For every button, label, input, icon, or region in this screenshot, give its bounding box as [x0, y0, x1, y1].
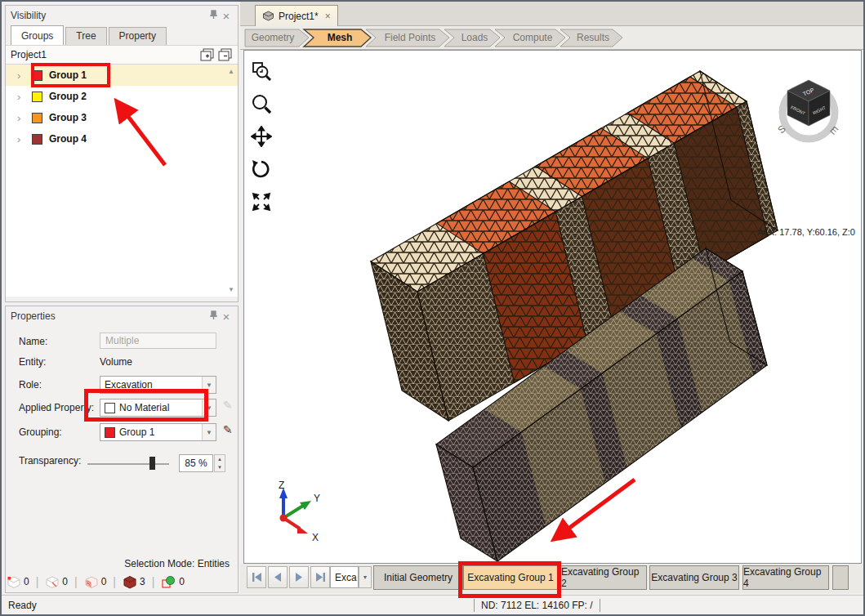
workflow-tab-results[interactable]: Results	[560, 29, 622, 47]
groups-tree: › Group 1 › Group 2 › Group 3 › Group 4 …	[6, 65, 238, 297]
previous-stage-button[interactable]	[268, 566, 288, 588]
properties-panel-title: Properties	[11, 310, 207, 322]
chevron-down-icon[interactable]: ▼	[359, 566, 372, 588]
scroll-down-icon[interactable]: ▼	[228, 286, 234, 293]
spin-up-icon[interactable]: ▲	[217, 457, 222, 462]
pin-icon[interactable]	[207, 310, 220, 323]
group3-color-swatch	[32, 113, 42, 123]
status-model-counts: ND: 7112 EL: 14160 FP: /	[481, 600, 593, 611]
pan-icon[interactable]	[249, 124, 274, 149]
viewport-3d[interactable]: TOP FRONT RIGHT S E Z Y X	[243, 50, 862, 564]
edit-property-icon[interactable]: ✎	[223, 399, 233, 412]
scroll-up-icon[interactable]: ▲	[228, 68, 234, 75]
close-tab-icon[interactable]: ×	[325, 11, 331, 22]
pin-icon[interactable]	[207, 10, 220, 22]
axis-z-label: Z	[279, 480, 284, 491]
stage-tab-label: Excavating Group 3	[651, 572, 737, 583]
expander-icon[interactable]: ›	[17, 133, 30, 145]
view-cube[interactable]: TOP FRONT RIGHT S E	[775, 80, 840, 139]
group2-color-swatch	[32, 92, 42, 102]
expander-icon[interactable]: ›	[17, 112, 30, 124]
chevron-down-icon[interactable]: ▼	[202, 424, 216, 440]
role-label: Role:	[19, 379, 42, 391]
role-dropdown[interactable]: Excavation ▼	[100, 376, 216, 394]
zoom-extents-icon[interactable]	[249, 190, 274, 214]
visibility-panel-title: Visibility	[11, 10, 207, 21]
workflow-tab-mesh[interactable]: Mesh	[304, 29, 371, 47]
stage-bar: Exca ▼ Initial Geometry Excavating Group…	[240, 564, 865, 593]
last-stage-button[interactable]	[310, 566, 330, 588]
rotate-icon[interactable]	[249, 157, 274, 181]
tab-groups[interactable]: Groups	[11, 25, 64, 45]
transparency-value-box[interactable]: 85 %	[179, 454, 213, 472]
volume-counter: 3	[123, 575, 145, 589]
workflow-tab-field-points[interactable]: Field Points	[366, 29, 449, 47]
transparency-slider-track[interactable]	[87, 463, 169, 465]
face-cube-icon	[84, 575, 99, 589]
spin-down-icon[interactable]: ▼	[217, 465, 222, 470]
stage-tab-label: Excavating Group 4	[743, 566, 828, 589]
expand-all-icon[interactable]	[200, 48, 215, 61]
stage-filter-combo[interactable]: Exca	[330, 566, 359, 588]
next-stage-button[interactable]	[289, 566, 309, 588]
close-icon[interactable]: ×	[220, 9, 233, 23]
expander-icon[interactable]: ›	[17, 91, 30, 103]
stage-tab-stub[interactable]	[832, 565, 849, 590]
transparency-slider-handle[interactable]	[149, 457, 155, 470]
expander-icon[interactable]: ›	[17, 69, 30, 82]
chevron-down-icon[interactable]: ▼	[202, 400, 216, 416]
vertex-cube-icon	[7, 575, 21, 589]
tab-property[interactable]: Property	[109, 27, 167, 45]
properties-panel: Properties × Name: Multiple Entity: Volu…	[5, 306, 239, 593]
workflow-tab-compute[interactable]: Compute	[495, 29, 565, 47]
svg-text:Geometry: Geometry	[252, 32, 295, 43]
stage-tab-excavating-group-3[interactable]: Excavating Group 3	[649, 565, 739, 590]
tree-row-group3[interactable]: › Group 3	[6, 107, 238, 128]
visibility-panel: Visibility × Groups Tree Property Projec…	[5, 5, 239, 302]
zoom-icon[interactable]	[249, 92, 274, 116]
grouping-label: Grouping:	[19, 426, 62, 438]
vertex-count: 0	[24, 576, 29, 587]
first-stage-button[interactable]	[247, 566, 266, 588]
grouping-value: Group 1	[119, 426, 154, 438]
entity-counter: 0	[161, 575, 185, 589]
axis-y-label: Y	[314, 493, 320, 504]
group3-label: Group 3	[49, 112, 87, 123]
status-bar: Ready ND: 7112 EL: 14160 FP: /	[2, 595, 863, 614]
tab-tree[interactable]: Tree	[65, 27, 106, 45]
close-icon[interactable]: ×	[220, 310, 233, 324]
name-field[interactable]: Multiple	[100, 333, 216, 349]
collapse-all-icon[interactable]	[218, 48, 233, 61]
visibility-panel-header: Visibility ×	[6, 6, 238, 25]
applied-property-dropdown[interactable]: No Material ▼	[100, 399, 216, 417]
edit-grouping-icon[interactable]: ✎	[223, 423, 233, 436]
application-window: Visibility × Groups Tree Property Projec…	[0, 0, 865, 616]
stage-tab-excavating-group-1[interactable]: Excavating Group 1	[463, 565, 558, 590]
document-tab-project1[interactable]: Project1* ×	[255, 5, 338, 26]
group1-color-swatch	[32, 70, 42, 81]
chevron-down-icon[interactable]: ▼	[202, 377, 216, 393]
separator	[600, 599, 600, 612]
tree-row-group4[interactable]: › Group 4	[6, 128, 238, 150]
svg-text:Loads: Loads	[461, 32, 488, 43]
separator: |	[152, 575, 155, 588]
applied-property-value: No Material	[119, 402, 169, 413]
project-name: Project1	[11, 49, 197, 60]
transparency-spinner[interactable]: ▲▼	[214, 454, 225, 472]
workflow-tab-loads[interactable]: Loads	[444, 29, 500, 47]
tree-row-group2[interactable]: › Group 2	[6, 86, 238, 107]
edge-cube-icon	[45, 575, 60, 589]
grouping-swatch	[105, 427, 115, 438]
transparency-label: Transparency:	[19, 455, 81, 466]
stage-tab-excavating-group-2[interactable]: Excavating Group 2	[560, 565, 647, 590]
grouping-dropdown[interactable]: Group 1 ▼	[100, 423, 216, 441]
workflow-tab-geometry[interactable]: Geometry	[245, 29, 309, 47]
stage-tab-label: Initial Geometry	[384, 572, 453, 583]
separator: |	[74, 575, 78, 588]
document-tab-label: Project1*	[279, 11, 319, 22]
stage-tab-excavating-group-4[interactable]: Excavating Group 4	[742, 565, 829, 590]
stage-tab-initial-geometry[interactable]: Initial Geometry	[373, 565, 463, 590]
stage-tab-label: Excavating Group 1	[467, 572, 553, 583]
zoom-window-icon[interactable]	[249, 59, 274, 83]
tree-row-group1[interactable]: › Group 1	[6, 65, 238, 86]
